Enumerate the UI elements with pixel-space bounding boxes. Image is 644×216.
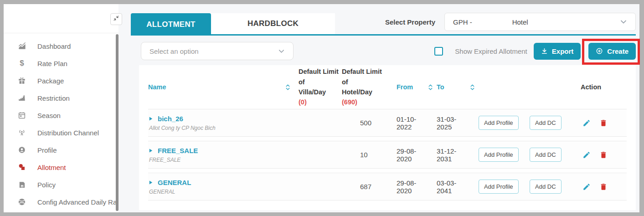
sphere-icon — [17, 197, 26, 206]
export-label: Export — [552, 47, 574, 55]
sidebar-item-dashboard[interactable]: Dashboard — [4, 37, 118, 55]
property-value-prefix: GPH - — [453, 18, 472, 26]
sidebar-item-label: Package — [37, 77, 64, 85]
column-header-action: Action — [570, 83, 627, 91]
allotment-subtitle: GENERAL — [149, 189, 285, 195]
sidebar-item-rate-plan[interactable]: $ Rate Plan — [4, 55, 118, 72]
add-dc-button[interactable]: Add DC — [530, 148, 562, 162]
create-button[interactable]: Create — [588, 43, 636, 60]
toolbar-right-group: Show Expired Allotment Export Create — [434, 43, 636, 60]
show-expired-checkbox[interactable] — [434, 47, 443, 56]
villa-limit-total: (0) — [299, 97, 342, 107]
allotment-name-link[interactable]: GENERAL — [149, 179, 285, 186]
hotel-limit-value: 500 — [342, 119, 387, 127]
dollar-icon: $ — [17, 59, 26, 68]
column-header-hotel-limit: Default Limit of Hotel/Day (690) — [342, 67, 387, 108]
sidebar-item-label: Season — [37, 112, 61, 119]
tabs-row: ALLOTMENT HARDBLOCK Select Property GPH … — [131, 13, 636, 36]
allotment-name-link[interactable]: bich_26 — [149, 115, 285, 123]
hotel-limit-value: 10 — [342, 151, 387, 159]
broadcast-icon — [17, 128, 26, 137]
column-header-from[interactable]: From — [387, 83, 428, 91]
sidebar-item-label: Profile — [37, 146, 57, 154]
from-date: 29-08-2020 — [387, 147, 428, 163]
sort-icon-to[interactable] — [469, 83, 479, 91]
row-actions — [570, 119, 627, 127]
collapse-arrows-icon — [113, 15, 119, 23]
sidebar-item-distribution-channel[interactable]: Distribution Channel — [4, 124, 118, 141]
sidebar-item-package[interactable]: Package — [4, 72, 118, 89]
table-row: bich_26 Allot Cong ty CP Ngoc Bich 500 0… — [148, 109, 627, 137]
export-button[interactable]: Export — [534, 43, 581, 60]
allotment-subtitle: FREE_SALE — [149, 157, 285, 163]
area-chart-icon — [17, 41, 26, 51]
from-date: 01-10-2022 — [387, 115, 428, 131]
chevron-down-icon — [620, 18, 627, 26]
toolbar: Select an option Show Expired Allotment … — [131, 41, 636, 61]
sidebar-item-label: Policy — [37, 181, 56, 189]
sidebar-item-label: Distribution Channel — [37, 129, 99, 137]
name-cell: GENERAL GENERAL — [148, 179, 285, 195]
delete-trash-icon[interactable] — [599, 119, 608, 127]
caret-right-icon — [149, 116, 153, 121]
tab-label: HARDBLOCK — [247, 19, 299, 28]
allotment-name-link[interactable]: FREE_SALE — [149, 147, 285, 154]
allotment-subtitle: Allot Cong ty CP Ngoc Bich — [149, 125, 285, 131]
sidebar-item-policy[interactable]: Policy — [4, 176, 118, 193]
name-cell: FREE_SALE FREE_SALE — [148, 147, 285, 163]
sidebar-item-label: Allotment — [37, 164, 66, 171]
name-cell: bich_26 Allot Cong ty CP Ngoc Bich — [148, 115, 285, 131]
add-profile-button[interactable]: Add Profile — [479, 148, 519, 162]
sidebar-nav: Dashboard $ Rate Plan Package Restrictio… — [4, 33, 118, 211]
property-select[interactable]: GPH - Hotel — [444, 13, 636, 31]
sort-icon-from[interactable] — [428, 83, 437, 91]
calendar-icon — [17, 111, 26, 120]
sidebar-item-restriction[interactable]: Restriction — [4, 89, 118, 107]
property-label: Select Property — [385, 18, 435, 26]
sidebar-item-allotment[interactable]: Allotment — [4, 159, 118, 176]
column-header-name[interactable]: Name — [148, 83, 285, 91]
to-date: 31-12-2031 — [437, 147, 469, 163]
tab-hardblock[interactable]: HARDBLOCK — [211, 13, 335, 34]
delete-trash-icon[interactable] — [599, 151, 608, 159]
table-header-row: Name Default Limit of Villa/Day (0) Defa… — [148, 65, 627, 109]
chevron-down-icon — [278, 48, 285, 55]
column-header-villa-limit: Default Limit of Villa/Day (0) — [299, 67, 342, 108]
table-row: FREE_SALE FREE_SALE 10 29-08-2020 31-12-… — [148, 141, 627, 169]
edit-pencil-icon[interactable] — [582, 151, 591, 159]
property-selector-group: Select Property GPH - Hotel — [385, 13, 636, 31]
property-value-suffix: Hotel — [512, 18, 528, 26]
filter-placeholder: Select an option — [149, 47, 199, 55]
show-expired-label: Show Expired Allotment — [455, 47, 527, 55]
add-profile-button[interactable]: Add Profile — [479, 180, 519, 194]
column-header-to[interactable]: To — [437, 83, 469, 91]
add-profile-button[interactable]: Add Profile — [479, 116, 519, 130]
add-dc-button[interactable]: Add DC — [530, 116, 562, 130]
to-date: 31-03-2025 — [437, 115, 469, 131]
table-row: GENERAL GENERAL 687 29-08-2020 03-03-204… — [148, 173, 627, 201]
create-label: Create — [607, 47, 629, 55]
main-content: ALLOTMENT HARDBLOCK Select Property GPH … — [118, 4, 639, 212]
allotment-filter-select[interactable]: Select an option — [141, 42, 294, 60]
gift-icon — [17, 76, 26, 85]
delete-trash-icon[interactable] — [599, 183, 608, 191]
sidebar-collapse-button[interactable] — [110, 13, 122, 25]
to-date: 03-03-2041 — [437, 179, 469, 195]
sidebar-item-config-advanced-daily-rate[interactable]: Config Advanced Daily Rate — [4, 193, 118, 211]
sidebar-item-season[interactable]: Season — [4, 107, 118, 124]
sort-icon-name[interactable] — [285, 83, 299, 91]
caret-right-icon — [149, 148, 153, 153]
sidebar-item-label: Dashboard — [37, 42, 71, 50]
sidebar-item-profile[interactable]: Profile — [4, 141, 118, 159]
edit-pencil-icon[interactable] — [582, 183, 591, 191]
user-circle-icon — [17, 145, 26, 154]
castle-icon — [17, 93, 26, 103]
row-actions — [570, 151, 627, 159]
edit-pencil-icon[interactable] — [582, 119, 591, 127]
tab-allotment[interactable]: ALLOTMENT — [131, 13, 211, 36]
caret-right-icon — [149, 180, 153, 185]
hotel-limit-total: (690) — [342, 97, 387, 107]
plus-circle-icon — [596, 47, 603, 55]
add-dc-button[interactable]: Add DC — [530, 180, 562, 194]
create-button-wrapper: Create — [588, 43, 636, 60]
